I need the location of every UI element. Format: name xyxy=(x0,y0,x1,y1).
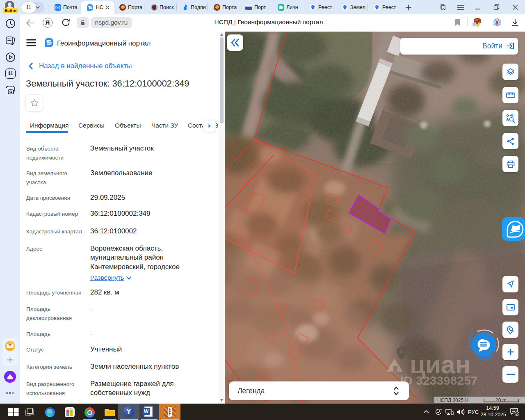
svg-text:2: 2 xyxy=(516,412,518,416)
svg-text:ID 323398257: ID 323398257 xyxy=(400,374,478,387)
